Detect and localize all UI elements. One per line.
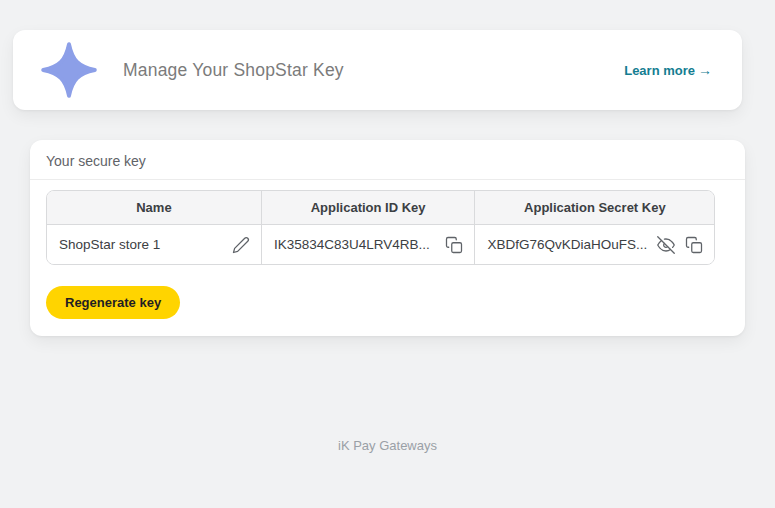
toggle-secret-visibility-button[interactable] (656, 235, 676, 255)
footer-brand-text: iK Pay Gateways (0, 438, 775, 453)
secure-key-card-header: Your secure key (30, 140, 745, 180)
regenerate-key-button[interactable]: Regenerate key (46, 286, 180, 319)
copy-secret-key-button[interactable] (684, 235, 704, 255)
eye-off-icon (657, 236, 675, 254)
learn-more-link[interactable]: Learn more → (624, 62, 712, 78)
column-header-name: Name (47, 191, 262, 225)
column-header-application-id-key: Application ID Key (262, 191, 476, 225)
application-secret-key-value: XBDfG76QvKDiaHOuFS... (487, 237, 648, 252)
table-header-row: Name Application ID Key Application Secr… (47, 191, 714, 225)
sparkle-star-icon (41, 42, 97, 98)
edit-name-button[interactable] (231, 235, 251, 255)
learn-more-label: Learn more (624, 63, 695, 78)
key-table: Name Application ID Key Application Secr… (46, 190, 715, 265)
copy-icon (445, 236, 463, 254)
application-id-key-cell: IK35834C83U4LRV4RB... (262, 225, 476, 264)
application-id-key-value: IK35834C83U4LRV4RB... (274, 237, 437, 252)
name-cell: ShopStar store 1 (47, 225, 262, 264)
copy-id-key-button[interactable] (444, 235, 464, 255)
table-row: ShopStar store 1 IK35834C83U4LRV4RB... (47, 225, 714, 264)
edit-icon (232, 236, 250, 254)
column-header-application-secret-key: Application Secret Key (475, 191, 714, 225)
arrow-right-icon: → (698, 62, 712, 78)
manage-key-header-card: Manage Your ShopStar Key Learn more → (13, 30, 742, 110)
application-secret-key-cell: XBDfG76QvKDiaHOuFS... (475, 225, 714, 264)
copy-icon (685, 236, 703, 254)
secure-key-card: Your secure key Name Application ID Key … (30, 140, 745, 336)
section-title: Your secure key (46, 153, 729, 169)
page-title: Manage Your ShopStar Key (123, 60, 344, 81)
store-name-value: ShopStar store 1 (59, 237, 223, 252)
key-table-wrapper: Name Application ID Key Application Secr… (30, 180, 745, 265)
